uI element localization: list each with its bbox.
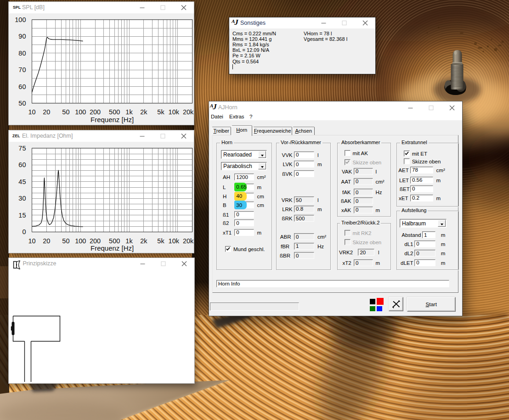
svg-text:60: 60 xyxy=(18,83,26,90)
svg-text:20k: 20k xyxy=(183,108,194,116)
svg-text:10: 10 xyxy=(28,108,35,116)
svg-text:50: 50 xyxy=(62,108,69,116)
svg-text:15: 15 xyxy=(18,212,26,219)
svg-text:5k: 5k xyxy=(157,237,164,245)
svg-text:20: 20 xyxy=(43,108,50,116)
svg-text:500: 500 xyxy=(109,108,120,116)
svg-text:100: 100 xyxy=(75,237,86,245)
svg-text:Frequenz [Hz]: Frequenz [Hz] xyxy=(90,116,134,123)
svg-text:0: 0 xyxy=(22,228,26,235)
svg-text:90: 90 xyxy=(18,33,26,40)
svg-text:30: 30 xyxy=(18,195,26,202)
svg-text:20k: 20k xyxy=(183,237,194,245)
svg-text:1k: 1k xyxy=(125,108,133,116)
svg-text:10: 10 xyxy=(28,237,35,245)
svg-text:10k: 10k xyxy=(169,108,180,116)
svg-text:45: 45 xyxy=(18,178,26,185)
svg-text:50: 50 xyxy=(62,237,69,245)
svg-text:5k: 5k xyxy=(157,108,164,116)
svg-text:50: 50 xyxy=(18,100,26,107)
svg-text:1k: 1k xyxy=(125,237,133,245)
svg-text:80: 80 xyxy=(18,50,26,57)
svg-text:Frequenz [Hz]: Frequenz [Hz] xyxy=(90,244,134,252)
svg-text:100: 100 xyxy=(15,16,26,23)
svg-text:200: 200 xyxy=(90,237,101,245)
svg-text:20: 20 xyxy=(43,237,50,245)
svg-text:75: 75 xyxy=(18,145,26,152)
svg-text:60: 60 xyxy=(18,161,26,168)
svg-text:500: 500 xyxy=(109,237,120,245)
svg-text:70: 70 xyxy=(18,66,26,73)
svg-text:200: 200 xyxy=(90,108,101,116)
svg-text:2k: 2k xyxy=(140,108,147,116)
svg-text:10k: 10k xyxy=(169,237,180,245)
svg-text:100: 100 xyxy=(75,108,86,116)
svg-text:2k: 2k xyxy=(140,237,147,245)
